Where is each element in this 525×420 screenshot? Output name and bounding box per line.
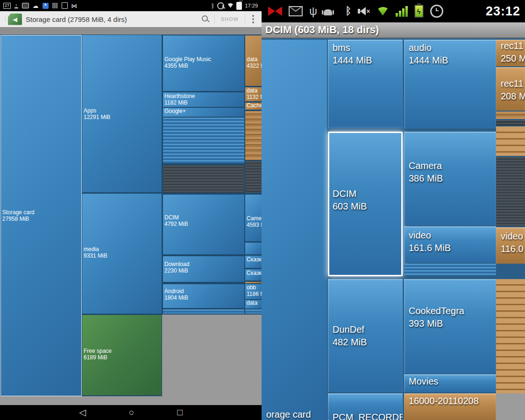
block-cookedtegra[interactable]: CookedTegra 393 MiB xyxy=(404,279,496,373)
block-label: Google+ xyxy=(163,108,186,114)
search-icon[interactable] xyxy=(200,14,211,24)
block-label: Came 4593 M xyxy=(245,215,262,228)
block-label: obb 1186 M xyxy=(245,284,262,297)
block-label: Camera 386 MiB xyxy=(404,160,443,185)
block-system-dark-band[interactable] xyxy=(163,165,244,193)
block-label: Сказк xyxy=(245,270,261,276)
block-android[interactable]: Android 1804 MiB xyxy=(163,284,244,308)
clock-time: 17:29 xyxy=(245,3,258,8)
block-gray-end xyxy=(496,393,525,420)
block-dark-band-small[interactable] xyxy=(245,161,262,193)
block-jpeg-dark-band[interactable] xyxy=(496,157,525,226)
block-bms[interactable]: bms 1444 MiB xyxy=(328,40,403,128)
block-label: Сказк xyxy=(245,256,261,263)
android-robot-icon xyxy=(324,9,332,15)
block-label: Free space 6189 MiB xyxy=(82,348,112,361)
block-blue-sliver[interactable] xyxy=(245,243,262,254)
bluetooth-icon: ᛒ xyxy=(345,6,351,16)
block-files-stripes[interactable] xyxy=(245,111,262,160)
block-label: Movies xyxy=(404,375,438,388)
block-label: Google Play Music 4355 MiB xyxy=(163,56,211,69)
battery-icon xyxy=(236,2,242,10)
block-media[interactable]: media 9331 MiB xyxy=(82,194,162,314)
block-dcim[interactable]: DCIM 4792 MiB xyxy=(163,195,244,254)
block-label: PCM_RECORDER xyxy=(328,411,403,420)
page-title: Storage card (27958 MiB, 4 dirs) xyxy=(26,15,127,23)
block-camera[interactable]: Camera 386 MiB xyxy=(404,132,496,225)
block-camera[interactable]: Came 4593 M xyxy=(245,195,262,241)
block-google-play-music[interactable]: Google Play Music 4355 MiB xyxy=(163,35,244,91)
block-video-stripes[interactable] xyxy=(404,264,496,275)
mute-speaker-icon: × xyxy=(358,7,370,15)
block-label: data 4322 M xyxy=(245,56,262,69)
block-dcim-selected[interactable]: DCIM 603 MiB xyxy=(328,132,403,276)
block-brown-line[interactable] xyxy=(245,282,262,283)
block-16000-folder[interactable]: 16000-20110208 xyxy=(404,393,496,420)
block-hearthstone[interactable]: Hearthstone 1182 MiB xyxy=(163,92,244,107)
block-cache[interactable]: Cache xyxy=(245,103,262,110)
block-skazki-1[interactable]: Сказк xyxy=(245,256,262,268)
calendar-day-icon: 27 xyxy=(3,3,11,9)
status-icons-right: ψ ᛒ × ϟ xyxy=(262,5,443,18)
block-brown-stripes-small[interactable] xyxy=(496,112,525,119)
block-small-media-stripes[interactable] xyxy=(163,309,244,314)
block-data-1132[interactable]: data 1132 M xyxy=(245,87,262,101)
block-storage-card-parent[interactable]: orage card xyxy=(262,40,327,420)
block-small-apps-stripes[interactable] xyxy=(163,118,244,163)
block-dark-stripes-small[interactable] xyxy=(496,120,525,126)
storage-columns-icon xyxy=(52,3,58,8)
back-chevron-icon[interactable]: 〈 xyxy=(0,15,8,23)
block-label: DCIM 603 MiB xyxy=(328,188,367,213)
block-movies[interactable]: Movies xyxy=(404,374,496,392)
block-free-space[interactable]: Free space 6189 MiB xyxy=(82,315,162,395)
block-small-stripes-2[interactable] xyxy=(245,309,262,314)
block-brown-stripes-tall[interactable] xyxy=(496,279,525,393)
cloud-upload-icon: ☁ xyxy=(33,3,39,9)
block-google-plus[interactable]: Google+ xyxy=(163,108,244,117)
block-audio[interactable]: audio 1444 MiB xyxy=(404,40,496,128)
block-video[interactable]: video 161.6 MiB xyxy=(404,226,496,263)
block-label: Download 2230 MiB xyxy=(163,261,189,274)
bowtie-red-icon xyxy=(268,7,282,16)
right-screenshot: ψ ᛒ × ϟ 23:12 DCIM (603 MiB, 18 dirs) or… xyxy=(262,0,525,420)
left-screenshot: 27 ↑ ☁ * ⋈ ᛒ 17:29 〈 ◀ Storage card (279… xyxy=(0,0,262,420)
gmail-icon xyxy=(289,6,303,16)
block-pcm-recorder[interactable]: PCM_RECORDER xyxy=(328,393,403,420)
block-download[interactable]: Download 2230 MiB xyxy=(163,256,244,282)
bowtie-icon: ⋈ xyxy=(71,3,78,9)
block-data-small[interactable]: data xyxy=(245,300,262,308)
block-skazki-2[interactable]: Сказк xyxy=(245,269,262,280)
overflow-menu-icon[interactable] xyxy=(245,15,262,23)
block-label: video 161.6 MiB xyxy=(404,229,451,254)
upload-icon: ↑ xyxy=(14,3,18,8)
battery-charging-icon: ϟ xyxy=(414,5,424,18)
clock-time: 23:12 xyxy=(486,4,525,19)
block-label: data 1132 M xyxy=(245,87,262,100)
app-bar: 〈 ◀ Storage card (27958 MiB, 4 dirs) SHO… xyxy=(0,11,262,27)
alarm-clock-icon xyxy=(430,5,443,18)
recents-button[interactable]: □ xyxy=(177,406,182,420)
block-rec11-250[interactable]: rec11 250 M xyxy=(496,40,525,66)
diskusage-app-icon[interactable]: ◀ xyxy=(8,14,22,25)
block-apps[interactable]: Apps 12291 MiB xyxy=(82,35,162,192)
block-obb[interactable]: obb 1186 M xyxy=(245,284,262,299)
block-label: audio 1444 MiB xyxy=(404,42,448,67)
block-video-116[interactable]: video 116.0 xyxy=(496,227,525,264)
show-button[interactable]: SHOW xyxy=(215,16,245,22)
home-button[interactable]: ○ xyxy=(129,406,134,420)
app-bar-shadow xyxy=(0,27,262,35)
block-label: media 9331 MiB xyxy=(82,246,107,259)
block-label: bms 1444 MiB xyxy=(328,42,372,67)
block-dundef[interactable]: DunDef 482 MiB xyxy=(328,279,403,392)
block-label: CookedTegra 393 MiB xyxy=(404,305,464,330)
back-button[interactable]: ◁ xyxy=(79,406,86,420)
block-data-4322[interactable]: data 4322 M xyxy=(245,35,262,86)
block-rec11-208[interactable]: rec11 208 M xyxy=(496,67,525,111)
block-label: data xyxy=(245,300,257,306)
block-storage-card[interactable]: Storage card 27958 MiB xyxy=(0,35,82,396)
block-brown-striped[interactable] xyxy=(496,126,525,156)
block-label: rec11 208 M xyxy=(496,77,525,103)
status-bar-right: ψ ᛒ × ϟ 23:12 xyxy=(262,0,525,22)
block-label: Hearthstone 1182 MiB xyxy=(163,93,195,106)
gallery-icon xyxy=(22,3,29,8)
